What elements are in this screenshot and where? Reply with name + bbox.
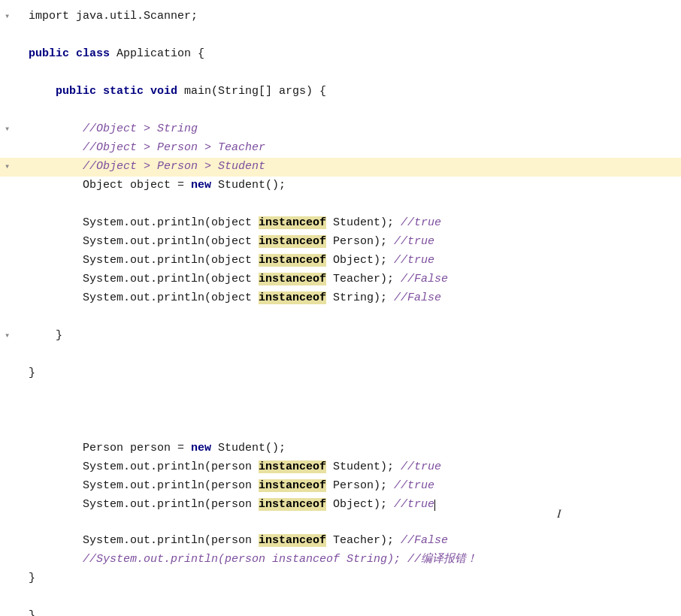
token-26c: Person); <box>326 479 394 492</box>
line-gutter-13 <box>0 233 23 252</box>
line-gutter-26 <box>0 477 23 496</box>
fold-icon-7[interactable]: ▾ <box>5 122 10 137</box>
line-content-9: //Object > Person > Student <box>23 158 681 177</box>
token-15c: Teacher); <box>326 273 401 285</box>
line-gutter-27 <box>0 496 23 532</box>
line-gutter-16 <box>0 289 23 308</box>
code-line-9: ▾ //Object > Person > Student <box>0 158 681 177</box>
line-gutter-18: ▾ <box>0 327 23 346</box>
code-line-blank-5 <box>0 308 681 327</box>
code-line-16: System.out.println(object instanceof Str… <box>0 289 681 308</box>
code-line-15: System.out.println(object instanceof Tea… <box>0 270 681 289</box>
line-content-1: import java.util.Scanner; <box>23 8 681 26</box>
token-13d: //true <box>394 235 434 248</box>
token-5: main(String[] args) { <box>177 85 326 98</box>
line-gutter-b6 <box>0 346 23 364</box>
token-10b: new <box>191 179 211 192</box>
code-line-27: System.out.println(person instanceof Obj… <box>0 496 681 532</box>
line-content-b7 <box>23 383 681 402</box>
line-content-12: System.out.println(object instanceof Stu… <box>23 214 681 233</box>
line-gutter-b8 <box>0 402 23 421</box>
line-content-10: Object object = new Student(); <box>23 177 681 195</box>
token-25b: instanceof <box>259 460 326 473</box>
code-editor: ▾ import java.util.Scanner; public class… <box>0 0 681 616</box>
code-line-24: Person person = new Student(); <box>0 439 681 458</box>
token-24c: Student(); <box>211 442 286 454</box>
line-content-14: System.out.println(object instanceof Obj… <box>23 252 681 270</box>
code-line-3: public class Application { <box>0 45 681 64</box>
token-20: } <box>29 367 35 379</box>
code-line-blank-2 <box>0 64 681 83</box>
line-gutter-b9 <box>0 421 23 439</box>
token-18: } <box>56 329 62 342</box>
line-gutter-b4 <box>0 195 23 214</box>
line-content-7: //Object > String <box>23 120 681 139</box>
token-26a: System.out.println(person <box>83 479 259 492</box>
token-30: } <box>29 572 35 584</box>
line-gutter-14 <box>0 252 23 270</box>
line-gutter-30 <box>0 569 23 588</box>
token-27d: //true <box>394 498 434 511</box>
code-line-25: System.out.println(person instanceof Stu… <box>0 458 681 477</box>
token-25a: System.out.println(person <box>83 460 259 473</box>
line-content-25: System.out.println(person instanceof Stu… <box>23 458 681 477</box>
text-cursor-blink <box>434 500 435 511</box>
line-gutter-b2 <box>0 64 23 83</box>
line-content-13: System.out.println(object instanceof Per… <box>23 233 681 252</box>
token-16c: String); <box>326 291 394 304</box>
token-12b: instanceof <box>259 216 326 229</box>
token-14a: System.out.println(object <box>83 254 259 267</box>
code-line-14: System.out.println(object instanceof Obj… <box>0 252 681 270</box>
fold-icon-18[interactable]: ▾ <box>5 329 10 343</box>
code-line-10: Object object = new Student(); <box>0 177 681 195</box>
token-12c: Student); <box>326 216 401 229</box>
line-gutter-b5 <box>0 308 23 327</box>
token-10c: Student(); <box>211 179 286 192</box>
line-gutter-24 <box>0 439 23 458</box>
line-gutter-10 <box>0 177 23 195</box>
line-gutter-28 <box>0 532 23 551</box>
code-line-30: } <box>0 569 681 588</box>
token-comment-29: //System.out.println(person instanceof S… <box>83 553 477 566</box>
token-28d: //False <box>401 534 448 547</box>
line-content-b10 <box>23 588 681 607</box>
token-25c: Student); <box>326 460 401 473</box>
i-beam-cursor: 𝐼 <box>557 504 561 524</box>
line-content-b3 <box>23 101 681 120</box>
code-line-blank-6 <box>0 346 681 364</box>
line-content-32: } <box>23 607 681 616</box>
token-14b: instanceof <box>259 254 326 267</box>
token-10a: Object object = <box>83 179 191 192</box>
token-15d: //False <box>401 273 448 285</box>
token-27b: instanceof <box>259 498 326 511</box>
code-line-1: ▾ import java.util.Scanner; <box>0 8 681 26</box>
fold-icon-9[interactable]: ▾ <box>5 160 10 174</box>
code-line-28: System.out.println(person instanceof Tea… <box>0 532 681 551</box>
line-gutter-9: ▾ <box>0 158 23 177</box>
token-comment-9: //Object > Person > Student <box>83 160 265 173</box>
line-content-b9 <box>23 421 681 439</box>
fold-icon-1[interactable]: ▾ <box>5 10 10 24</box>
token-24a: Person person = <box>83 442 191 454</box>
line-gutter-b7 <box>0 383 23 402</box>
line-gutter-5 <box>0 83 23 101</box>
line-content-b4 <box>23 195 681 214</box>
line-content-30: } <box>23 569 681 588</box>
token-13b: instanceof <box>259 235 326 248</box>
line-content-3: public class Application { <box>23 45 681 64</box>
line-content-27: System.out.println(person instanceof Obj… <box>23 496 681 532</box>
token: import java.util.Scanner; <box>29 10 198 23</box>
token-15a: System.out.println(object <box>83 273 259 285</box>
line-content-8: //Object > Person > Teacher <box>23 139 681 158</box>
token-12d: //true <box>401 216 441 229</box>
line-content-b5 <box>23 308 681 327</box>
line-gutter-20 <box>0 364 23 383</box>
code-line-8: //Object > Person > Teacher <box>0 139 681 158</box>
code-line-blank-3 <box>0 101 681 120</box>
line-content-18: } <box>23 327 681 346</box>
line-gutter-12 <box>0 214 23 233</box>
code-line-blank-8 <box>0 402 681 421</box>
line-content-15: System.out.println(object instanceof Tea… <box>23 270 681 289</box>
token-24b: new <box>191 442 211 454</box>
token-27a: System.out.println(person <box>83 498 259 511</box>
